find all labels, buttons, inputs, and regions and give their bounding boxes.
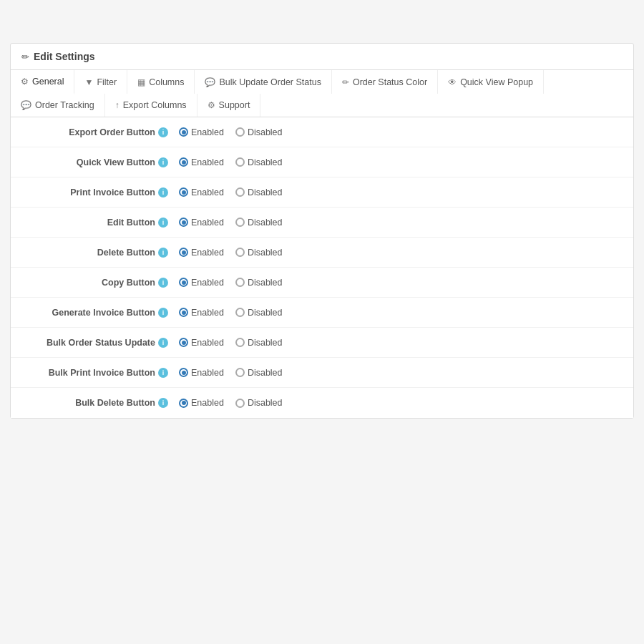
radio-enabled-delete-button[interactable] [179,248,188,257]
radio-disabled-export-order-button[interactable] [235,127,245,137]
tab-support[interactable]: ⚙Support [197,94,261,117]
enabled-label-bulk-order-status-update: Enabled [191,338,224,348]
tab-icon-quick-view-popup: 👁 [448,77,457,87]
radio-enabled-label-export-order-button[interactable]: Enabled [179,127,224,137]
radio-enabled-bulk-delete-button[interactable] [179,399,188,408]
radio-disabled-label-quick-view-button[interactable]: Disabled [235,157,283,167]
radio-disabled-edit-button[interactable] [235,218,245,227]
radio-disabled-bulk-print-invoice-button[interactable] [235,368,245,377]
setting-label-copy-button: Copy Button i [21,278,179,288]
tab-order-status-color[interactable]: ✏Order Status Color [332,70,438,94]
setting-row-copy-button: Copy Button i Enabled Disabled [11,268,633,298]
radio-disabled-print-invoice-button[interactable] [235,187,245,197]
radio-enabled-bulk-print-invoice-button[interactable] [179,368,188,377]
tab-icon-export-columns: ↑ [115,100,119,110]
radio-enabled-copy-button[interactable] [179,278,188,287]
info-icon-delete-button[interactable]: i [158,248,168,258]
info-icon-bulk-delete-button[interactable]: i [158,398,168,408]
enabled-label-bulk-delete-button: Enabled [191,398,224,408]
radio-enabled-export-order-button[interactable] [179,127,188,137]
disabled-label-bulk-delete-button: Disabled [248,398,283,408]
setting-options-bulk-print-invoice-button: Enabled Disabled [179,368,623,378]
disabled-label-delete-button: Disabled [248,248,283,258]
radio-enabled-label-quick-view-button[interactable]: Enabled [179,157,224,167]
radio-enabled-generate-invoice-button[interactable] [179,308,188,317]
radio-disabled-bulk-delete-button[interactable] [235,399,245,408]
radio-enabled-label-generate-invoice-button[interactable]: Enabled [179,308,224,318]
tab-icon-filter: ▼ [84,77,93,87]
setting-label-generate-invoice-button: Generate Invoice Button i [21,308,179,318]
info-icon-generate-invoice-button[interactable]: i [158,308,168,318]
info-icon-copy-button[interactable]: i [158,278,168,288]
radio-disabled-bulk-order-status-update[interactable] [235,338,245,347]
radio-disabled-label-generate-invoice-button[interactable]: Disabled [235,308,283,318]
tab-label-support: Support [219,100,250,110]
disabled-label-bulk-order-status-update: Disabled [248,338,283,348]
radio-disabled-generate-invoice-button[interactable] [235,308,245,317]
tab-label-columns: Columns [149,77,184,87]
radio-disabled-quick-view-button[interactable] [235,157,245,167]
radio-enabled-label-edit-button[interactable]: Enabled [179,218,224,228]
tab-bulk-update[interactable]: 💬Bulk Update Order Status [195,70,331,94]
radio-disabled-label-bulk-delete-button[interactable]: Disabled [235,398,283,408]
disabled-label-export-order-button: Disabled [248,127,283,137]
info-icon-edit-button[interactable]: i [158,218,168,228]
info-icon-print-invoice-button[interactable]: i [158,187,168,197]
radio-enabled-label-bulk-print-invoice-button[interactable]: Enabled [179,368,224,378]
tab-columns[interactable]: ▦Columns [127,70,195,94]
radio-disabled-label-export-order-button[interactable]: Disabled [235,127,283,137]
radio-enabled-label-bulk-order-status-update[interactable]: Enabled [179,338,224,348]
tab-icon-bulk-update: 💬 [205,77,215,87]
tab-quick-view-popup[interactable]: 👁Quick View Popup [438,70,544,94]
tab-label-bulk-update: Bulk Update Order Status [219,77,321,87]
enabled-label-edit-button: Enabled [191,218,224,228]
disabled-label-generate-invoice-button: Disabled [248,308,283,318]
radio-enabled-print-invoice-button[interactable] [179,187,188,197]
setting-options-copy-button: Enabled Disabled [179,278,623,288]
radio-disabled-label-bulk-print-invoice-button[interactable]: Disabled [235,368,283,378]
radio-disabled-label-copy-button[interactable]: Disabled [235,278,283,288]
radio-disabled-label-bulk-order-status-update[interactable]: Disabled [235,338,283,348]
disabled-label-print-invoice-button: Disabled [248,187,283,197]
tab-general[interactable]: ⚙General [11,70,74,94]
card-header: ✏ Edit Settings [11,44,633,70]
radio-disabled-label-delete-button[interactable]: Disabled [235,248,283,258]
enabled-label-delete-button: Enabled [191,248,224,258]
info-icon-export-order-button[interactable]: i [158,127,168,137]
setting-options-bulk-delete-button: Enabled Disabled [179,398,623,408]
enabled-label-generate-invoice-button: Enabled [191,308,224,318]
radio-enabled-label-bulk-delete-button[interactable]: Enabled [179,398,224,408]
setting-row-print-invoice-button: Print Invoice Button i Enabled Disabled [11,177,633,208]
radio-enabled-bulk-order-status-update[interactable] [179,338,188,347]
radio-disabled-delete-button[interactable] [235,248,245,257]
radio-enabled-quick-view-button[interactable] [179,157,188,167]
pencil-icon: ✏ [21,52,29,62]
radio-disabled-label-print-invoice-button[interactable]: Disabled [235,187,283,197]
setting-label-print-invoice-button: Print Invoice Button i [21,187,179,197]
setting-options-quick-view-button: Enabled Disabled [179,157,623,167]
setting-label-bulk-delete-button: Bulk Delete Button i [21,398,179,408]
radio-enabled-label-delete-button[interactable]: Enabled [179,248,224,258]
info-icon-bulk-print-invoice-button[interactable]: i [158,368,168,378]
radio-enabled-edit-button[interactable] [179,218,188,227]
radio-enabled-label-print-invoice-button[interactable]: Enabled [179,187,224,197]
info-icon-bulk-order-status-update[interactable]: i [158,338,168,348]
setting-row-generate-invoice-button: Generate Invoice Button i Enabled Disabl… [11,298,633,328]
tabs-bar: ⚙General▼Filter▦Columns💬Bulk Update Orde… [11,70,633,117]
info-icon-quick-view-button[interactable]: i [158,157,168,167]
radio-disabled-copy-button[interactable] [235,278,245,287]
tab-export-columns[interactable]: ↑Export Columns [105,94,197,117]
disabled-label-copy-button: Disabled [248,278,283,288]
disabled-label-quick-view-button: Disabled [248,157,283,167]
radio-disabled-label-edit-button[interactable]: Disabled [235,218,283,228]
tab-icon-order-status-color: ✏ [342,77,349,87]
tab-order-tracking[interactable]: 💬Order Tracking [11,94,105,117]
setting-row-export-order-button: Export Order Button i Enabled Disabled [11,117,633,147]
tab-label-order-tracking: Order Tracking [35,100,94,110]
tab-filter[interactable]: ▼Filter [74,70,127,94]
page-wrapper: ✏ Edit Settings ⚙General▼Filter▦Columns💬… [0,0,644,429]
setting-label-edit-button: Edit Button i [21,218,179,228]
settings-card: ✏ Edit Settings ⚙General▼Filter▦Columns💬… [10,43,634,419]
radio-enabled-label-copy-button[interactable]: Enabled [179,278,224,288]
settings-content: Export Order Button i Enabled Disabled Q… [11,117,633,418]
